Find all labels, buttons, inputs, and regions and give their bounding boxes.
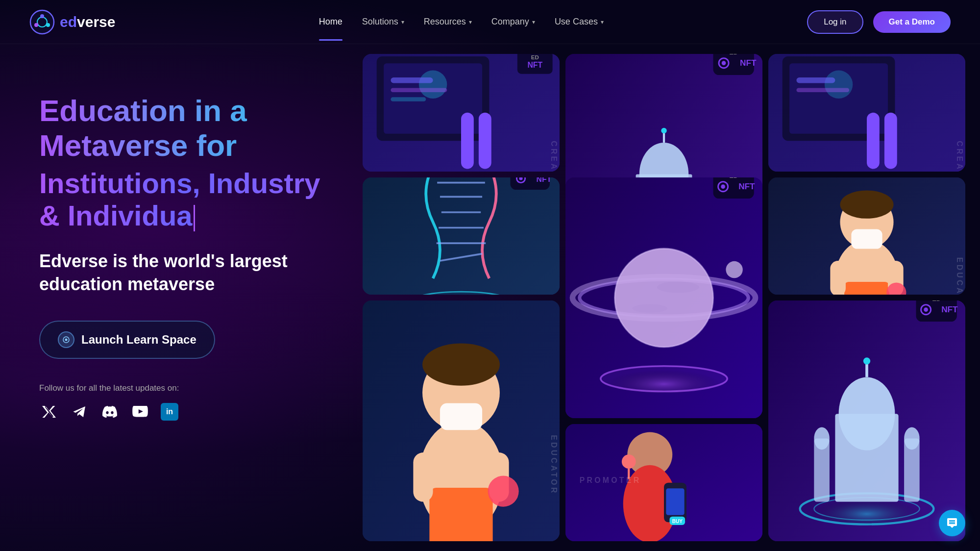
logo[interactable]: edverse (29, 9, 115, 35)
twitter-icon[interactable] (39, 402, 59, 422)
hero-headline-line2: Institutions, Industry & Individua (39, 167, 328, 232)
card-dna: ED NFT (363, 177, 560, 295)
svg-point-84 (840, 190, 893, 218)
card-saturn: ED NFT (565, 177, 762, 418)
card-promoter: BUY PROMOTER (565, 424, 762, 542)
svg-text:NFT: NFT (537, 177, 552, 183)
chevron-down-icon: ▾ (401, 19, 404, 25)
svg-point-94 (422, 344, 500, 386)
nav-solutions[interactable]: Solutions ▾ (362, 17, 404, 27)
svg-rect-93 (440, 403, 482, 430)
card-creator-1: ED NFT CREATOR (363, 54, 560, 172)
svg-rect-83 (851, 229, 882, 249)
discord-icon[interactable] (100, 402, 120, 422)
chevron-down-icon: ▾ (532, 19, 535, 25)
svg-point-67 (601, 366, 727, 391)
svg-rect-15 (391, 88, 447, 93)
card-educator-1: EDUCATOR (768, 177, 965, 295)
svg-text:ED: ED (531, 54, 539, 60)
hero-left-panel: Education in a Metaverse for Institution… (0, 44, 358, 551)
svg-point-74 (726, 261, 742, 277)
svg-line-6 (47, 23, 48, 24)
svg-point-107 (622, 454, 636, 469)
svg-point-39 (722, 61, 726, 65)
svg-point-72 (657, 281, 699, 293)
svg-point-73 (632, 304, 667, 312)
svg-point-121 (904, 427, 920, 450)
svg-rect-45 (796, 77, 835, 83)
login-button[interactable]: Log in (807, 10, 863, 34)
svg-rect-46 (796, 88, 849, 93)
hero-headline-line1: Education in a Metaverse for (39, 93, 328, 163)
text-cursor (194, 205, 195, 231)
svg-point-119 (814, 427, 830, 450)
linkedin-icon[interactable]: in (161, 403, 178, 421)
svg-text:ED: ED (729, 54, 738, 56)
svg-rect-86 (830, 261, 846, 295)
main-content: Education in a Metaverse for Institution… (0, 44, 980, 551)
svg-point-9 (65, 338, 68, 341)
svg-text:EDUCATOR: EDUCATOR (550, 435, 558, 495)
card-taj-2: ED NFT (768, 301, 965, 541)
svg-rect-48 (884, 113, 897, 169)
hero-subheadline: Edverse is the world's largest education… (39, 250, 328, 296)
card-creator-2: CREATOR (768, 54, 965, 172)
svg-text:CREATOR: CREATOR (956, 141, 964, 171)
svg-text:PROMOTER: PROMOTER (580, 476, 641, 484)
social-icons-row: in (39, 402, 328, 422)
header-actions: Log in Get a Demo (807, 10, 951, 34)
svg-text:EDUCATOR: EDUCATOR (956, 257, 964, 295)
svg-point-117 (863, 357, 870, 364)
svg-text:ED: ED (932, 301, 941, 302)
svg-text:ED: ED (729, 177, 738, 179)
svg-text:NFT: NFT (738, 181, 755, 191)
nav-resources[interactable]: Resources ▾ (424, 17, 472, 27)
svg-text:BUY: BUY (672, 518, 683, 524)
svg-point-78 (721, 184, 725, 189)
svg-rect-96 (413, 452, 433, 502)
chevron-down-icon: ▾ (469, 19, 472, 25)
svg-point-44 (825, 71, 853, 99)
svg-text:NFT: NFT (941, 304, 958, 314)
svg-point-30 (661, 128, 666, 133)
svg-text:NFT: NFT (740, 58, 757, 68)
main-nav: Home Solutions ▾ Resources ▾ Company ▾ U… (319, 17, 604, 27)
follow-text: Follow us for all the latest updates on: (39, 383, 328, 393)
svg-rect-104 (666, 488, 684, 515)
svg-rect-18 (479, 113, 491, 169)
nav-company[interactable]: Company ▾ (491, 17, 535, 27)
svg-rect-85 (844, 282, 889, 295)
header: edverse Home Solutions ▾ Resources ▾ Com… (0, 0, 980, 44)
card-educator-2: EDUCATOR (363, 301, 560, 541)
edverse-logo-icon (29, 9, 55, 35)
svg-text:NFT: NFT (527, 61, 542, 69)
chevron-down-icon: ▾ (601, 19, 604, 25)
svg-rect-95 (429, 488, 492, 541)
nav-home[interactable]: Home (319, 17, 343, 27)
launch-icon (58, 331, 74, 348)
youtube-icon[interactable] (130, 402, 150, 422)
svg-line-7 (37, 23, 38, 24)
svg-point-0 (30, 10, 54, 34)
svg-rect-14 (391, 77, 433, 83)
svg-point-125 (924, 307, 928, 312)
chat-button[interactable] (939, 510, 965, 536)
svg-rect-50 (363, 177, 560, 295)
svg-rect-16 (391, 97, 426, 101)
svg-point-115 (839, 377, 895, 450)
svg-text:CREATOR: CREATOR (550, 141, 558, 171)
svg-point-13 (419, 71, 447, 99)
telegram-icon[interactable] (70, 402, 89, 422)
svg-rect-47 (867, 113, 880, 169)
svg-point-98 (488, 476, 519, 506)
nav-use-cases[interactable]: Use Cases ▾ (555, 17, 604, 27)
logo-text: edverse (60, 14, 115, 30)
cards-grid: ED NFT CREATOR (358, 44, 980, 551)
launch-learn-space-button[interactable]: Launch Learn Space (39, 321, 215, 359)
get-demo-button[interactable]: Get a Demo (873, 11, 951, 33)
svg-rect-17 (461, 113, 474, 169)
